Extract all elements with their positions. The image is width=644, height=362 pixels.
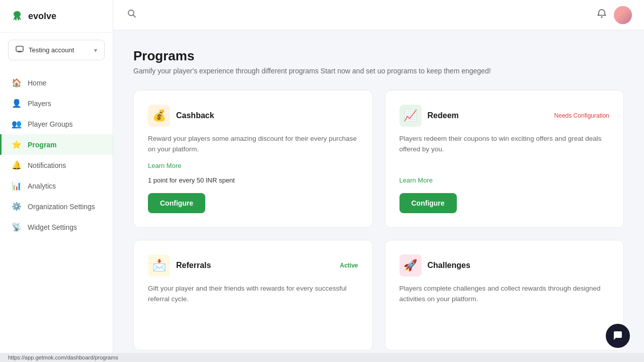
cashback-icon: 💰 — [148, 105, 170, 127]
redeem-icon: 📈 — [399, 105, 422, 127]
program-card-challenges: 🚀 Challenges Players complete challenges… — [385, 240, 624, 350]
brand-logo-icon — [10, 9, 24, 23]
program-card-referrals: 📩 Referrals Active Gift your player and … — [133, 240, 373, 350]
card-header-redeem: 📈 Redeem Needs Configuration — [399, 105, 610, 127]
widget-settings-icon: 📡 — [12, 222, 22, 232]
player-groups-icon: 👥 — [12, 119, 22, 129]
card-title-challenges: Challenges — [428, 261, 470, 270]
card-description-cashback: Reward your players some amazing discoun… — [148, 134, 358, 155]
card-title-row-challenges: Challenges — [428, 261, 610, 270]
program-icon: ⭐ — [12, 140, 22, 149]
svg-point-4 — [601, 17, 603, 18]
account-icon — [16, 45, 24, 55]
sidebar-item-label-widget-settings: Widget Settings — [28, 223, 77, 231]
active-badge: Active — [340, 262, 358, 269]
topbar-right — [597, 6, 632, 24]
card-description-referrals: Gift your player and their friends with … — [148, 284, 358, 336]
chevron-down-icon: ▾ — [94, 47, 97, 54]
challenges-icon: 🚀 — [399, 254, 422, 277]
card-title-cashback: Cashback — [176, 111, 214, 120]
configure-button-redeem[interactable]: Configure — [399, 193, 457, 213]
program-card-cashback: 💰 Cashback Reward your players some amaz… — [133, 90, 373, 228]
programs-grid: 💰 Cashback Reward your players some amaz… — [133, 90, 624, 350]
account-name: Testing account — [29, 46, 89, 54]
sidebar-nav: 🏠 Home 👤 Players 👥 Player Groups ⭐ Progr… — [0, 67, 113, 362]
status-url: https://app.getmok.com/dashboard/program… — [8, 354, 118, 360]
sidebar-item-home[interactable]: 🏠 Home — [0, 72, 113, 93]
learn-more-link-redeem[interactable]: Learn More — [399, 176, 610, 184]
card-title-row-referrals: Referrals Active — [176, 261, 358, 270]
sidebar-item-organization-settings[interactable]: ⚙️ Organization Settings — [0, 196, 113, 217]
sidebar-item-notifications[interactable]: 🔔 Notifications — [0, 155, 113, 175]
avatar[interactable] — [614, 6, 632, 24]
sidebar: evolve Testing account ▾ 🏠 Home 👤 Player… — [0, 0, 113, 362]
learn-more-link-cashback[interactable]: Learn More — [148, 162, 358, 169]
notification-button[interactable] — [597, 9, 607, 21]
needs-config-badge: Needs Configuration — [554, 112, 609, 119]
status-bar: https://app.getmok.com/dashboard/program… — [0, 353, 644, 362]
sidebar-item-players[interactable]: 👤 Players — [0, 93, 113, 114]
card-header-challenges: 🚀 Challenges — [399, 254, 610, 277]
analytics-icon: 📊 — [12, 181, 22, 191]
card-title-row-redeem: Redeem Needs Configuration — [428, 111, 610, 120]
card-header-cashback: 💰 Cashback — [148, 105, 358, 127]
sidebar-item-label-players: Players — [28, 100, 51, 108]
sidebar-item-label-organization-settings: Organization Settings — [28, 203, 95, 211]
card-description-redeem: Players redeem their coupons to win exci… — [399, 134, 610, 169]
svg-rect-1 — [18, 51, 22, 52]
sidebar-item-program[interactable]: ⭐ Program — [0, 134, 113, 155]
card-header-referrals: 📩 Referrals Active — [148, 254, 358, 277]
page-subtitle: Gamify your player's experience through … — [133, 67, 624, 75]
content-area: Programs Gamify your player's experience… — [113, 30, 644, 362]
svg-rect-0 — [16, 46, 23, 51]
svg-line-3 — [133, 15, 136, 18]
program-card-redeem: 📈 Redeem Needs Configuration Players red… — [385, 90, 624, 228]
topbar — [113, 0, 644, 30]
players-icon: 👤 — [12, 99, 22, 108]
page-title: Programs — [133, 48, 624, 64]
main-area: Programs Gamify your player's experience… — [113, 0, 644, 362]
sidebar-item-label-home: Home — [28, 79, 46, 87]
sidebar-item-widget-settings[interactable]: 📡 Widget Settings — [0, 217, 113, 237]
configure-button-cashback[interactable]: Configure — [148, 193, 205, 213]
notifications-icon: 🔔 — [12, 160, 22, 170]
card-title-row-cashback: Cashback — [176, 111, 358, 120]
sidebar-item-label-program: Program — [28, 141, 57, 149]
sidebar-item-label-analytics: Analytics — [28, 182, 56, 190]
card-description-challenges: Players complete challenges and collect … — [399, 284, 610, 336]
brand-name: evolve — [28, 11, 56, 22]
card-title-referrals: Referrals — [176, 261, 211, 270]
chat-button[interactable] — [606, 324, 630, 348]
referrals-icon: 📩 — [148, 254, 170, 277]
sidebar-item-analytics[interactable]: 📊 Analytics — [0, 175, 113, 196]
search-button[interactable] — [125, 7, 138, 23]
sidebar-logo: evolve — [0, 0, 113, 33]
account-selector[interactable]: Testing account ▾ — [8, 40, 105, 60]
card-title-redeem: Redeem — [428, 111, 459, 120]
sidebar-item-label-player-groups: Player Groups — [28, 120, 72, 128]
home-icon: 🏠 — [12, 78, 22, 87]
points-info: 1 point for every 50 INR spent — [148, 176, 358, 184]
sidebar-item-player-groups[interactable]: 👥 Player Groups — [0, 114, 113, 134]
sidebar-item-label-notifications: Notifications — [28, 161, 66, 169]
organization-settings-icon: ⚙️ — [12, 202, 22, 211]
